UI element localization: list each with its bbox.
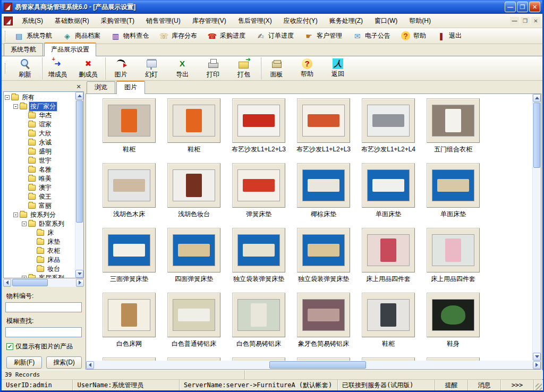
tree-toggle-icon[interactable]: -	[13, 104, 18, 109]
menu-item[interactable]: 售后管理(X)	[232, 15, 278, 27]
tree-item[interactable]: 澳宇	[4, 183, 75, 192]
scroll-down-button[interactable]	[533, 353, 541, 361]
refresh-button[interactable]: 刷新(F)	[6, 356, 42, 369]
tree-toggle-icon[interactable]: -	[5, 95, 10, 100]
menu-item[interactable]: 账务处理(Z)	[324, 15, 369, 27]
scroll-up-button[interactable]	[533, 94, 541, 102]
scroll-down-button[interactable]	[75, 270, 83, 278]
close-button[interactable]: ✕	[529, 2, 540, 12]
grid-vertical-scrollbar[interactable]	[532, 94, 541, 361]
product-thumbnail[interactable]	[362, 293, 415, 337]
grid-horizontal-scrollbar[interactable]	[86, 361, 541, 369]
mdi-close-button[interactable]: ✕	[531, 17, 540, 25]
tree-item[interactable]: 名雅	[4, 165, 75, 174]
product-thumbnail[interactable]	[167, 163, 220, 208]
view-tab-browse[interactable]: 浏览	[87, 81, 115, 93]
tree-item[interactable]: 衣柜	[4, 246, 75, 255]
tree-toggle-icon[interactable]: -	[22, 221, 27, 226]
page-toolbar-button-back[interactable]: 人 返回	[322, 57, 353, 80]
page-toolbar-button-picture[interactable]: 图片	[105, 57, 136, 80]
product-thumbnail[interactable]	[103, 293, 156, 337]
tree-item[interactable]: - 所有	[4, 93, 75, 102]
scroll-up-button[interactable]	[75, 92, 83, 100]
product-thumbnail[interactable]	[297, 98, 350, 143]
toolbar-button-goods-archive[interactable]: ◈ 商品档案	[58, 30, 106, 41]
product-card[interactable]: 白色普通铸铝床	[162, 293, 226, 357]
product-thumbnail[interactable]	[362, 163, 415, 208]
menu-item[interactable]: 采购管理(T)	[95, 15, 140, 27]
page-toolbar-button-pack[interactable]: 打包	[228, 57, 259, 80]
product-card[interactable]: 床上用品四件套	[356, 228, 421, 293]
tree-horizontal-scrollbar[interactable]	[3, 278, 84, 287]
toolbar-button-order-progress[interactable]: ✍ 订单进度	[251, 30, 300, 41]
page-toolbar-button-print[interactable]: 打印	[198, 57, 228, 80]
product-card[interactable]: 浅胡色木床	[97, 163, 162, 228]
product-card[interactable]: 单面床垫	[421, 163, 486, 228]
toolbar-button-help[interactable]: ? 帮助	[396, 30, 432, 41]
status-remind-button[interactable]: 提醒	[435, 380, 468, 390]
product-card[interactable]: 床上用品四件套	[421, 228, 486, 293]
product-thumbnail[interactable]	[362, 98, 415, 143]
product-card[interactable]: 鞋柜	[97, 98, 162, 163]
product-card[interactable]: 浅胡色妆台	[162, 163, 226, 228]
tree-item[interactable]: 大欣	[4, 129, 75, 138]
window-tab-system-nav[interactable]: 系统导航	[4, 43, 43, 56]
tree-item[interactable]: 世宇	[4, 156, 75, 165]
window-tab-product-display-setup[interactable]: 产品展示设置	[44, 42, 96, 56]
tree-item[interactable]: - 按系列分	[4, 210, 75, 219]
resize-grip[interactable]	[536, 384, 542, 390]
product-thumbnail[interactable]	[103, 163, 156, 208]
toolbar-button-material-query[interactable]: ▥ 物料查仓	[106, 30, 155, 41]
product-thumbnail[interactable]	[297, 228, 350, 272]
tree-item[interactable]: + 客厅系列	[4, 274, 75, 278]
product-card[interactable]: 鞋柜	[162, 98, 226, 163]
toolbar-button-stock-distribution[interactable]: ☏ 库存分布	[155, 30, 203, 41]
product-thumbnail[interactable]	[427, 293, 480, 337]
page-toolbar-button-help[interactable]: ? 帮助	[292, 57, 322, 80]
product-thumbnail[interactable]	[232, 293, 285, 337]
product-thumbnail[interactable]	[167, 293, 220, 337]
product-card[interactable]: 白色床网	[97, 293, 162, 357]
page-toolbar-button-panel[interactable]: 面板	[261, 57, 292, 80]
product-card[interactable]: 鞋柜	[356, 293, 421, 357]
scroll-left-button[interactable]	[86, 361, 94, 369]
product-thumbnail[interactable]	[362, 228, 415, 272]
fuzzy-search-input[interactable]	[5, 327, 82, 337]
minimize-button[interactable]: —	[505, 2, 516, 12]
only-with-picture-checkbox[interactable]: ✔	[6, 343, 13, 350]
tree-item[interactable]: - 卧室系列	[4, 219, 75, 228]
page-toolbar-button-refresh[interactable]: 刷新	[10, 57, 40, 80]
status-more-button[interactable]: >>>	[501, 380, 534, 390]
menu-item[interactable]: 基础数据(R)	[49, 15, 95, 27]
maximize-button[interactable]: ❐	[517, 2, 528, 12]
tree-item[interactable]: 床垫	[4, 237, 75, 246]
scroll-right-button[interactable]	[76, 279, 84, 287]
page-toolbar-button-slideshow[interactable]: 幻灯	[136, 57, 167, 80]
sidebar-close-icon[interactable]: ✕	[74, 83, 83, 91]
product-card[interactable]: 布艺沙发L1+L2+L3	[291, 98, 356, 163]
menu-item[interactable]: 系统(S)	[16, 15, 49, 27]
tree-item[interactable]: 妆台	[4, 265, 75, 274]
product-card[interactable]: 三面弹簧床垫	[97, 228, 162, 293]
product-card[interactable]: 象牙色简易铸铝床	[291, 293, 356, 357]
tree-toggle-icon[interactable]: +	[22, 276, 27, 278]
tree-item[interactable]: - 按厂家分	[4, 102, 75, 111]
mdi-restore-button[interactable]: ❐	[521, 17, 530, 25]
product-card[interactable]: 鞋身	[421, 293, 486, 357]
product-card[interactable]: 五门组合衣柜	[421, 98, 486, 163]
tree-item[interactable]: 盛明	[4, 147, 75, 156]
tree-item[interactable]: 俊王	[4, 192, 75, 201]
search-button[interactable]: 搜索(D)	[46, 356, 82, 369]
product-thumbnail[interactable]	[427, 228, 480, 272]
product-thumbnail[interactable]	[167, 228, 220, 272]
product-card[interactable]: 椰棕床垫	[291, 163, 356, 228]
product-thumbnail[interactable]	[232, 98, 285, 143]
product-thumbnail[interactable]	[103, 228, 156, 272]
product-card[interactable]: 布艺沙发L1+L2+L4	[356, 98, 421, 163]
menu-item[interactable]: 销售管理(U)	[140, 15, 186, 27]
scroll-left-button[interactable]	[3, 279, 11, 287]
product-thumbnail[interactable]	[103, 98, 156, 143]
scroll-right-button[interactable]	[533, 361, 541, 369]
tree-vertical-scrollbar[interactable]	[75, 92, 83, 278]
tree-item[interactable]: 华杰	[4, 111, 75, 120]
